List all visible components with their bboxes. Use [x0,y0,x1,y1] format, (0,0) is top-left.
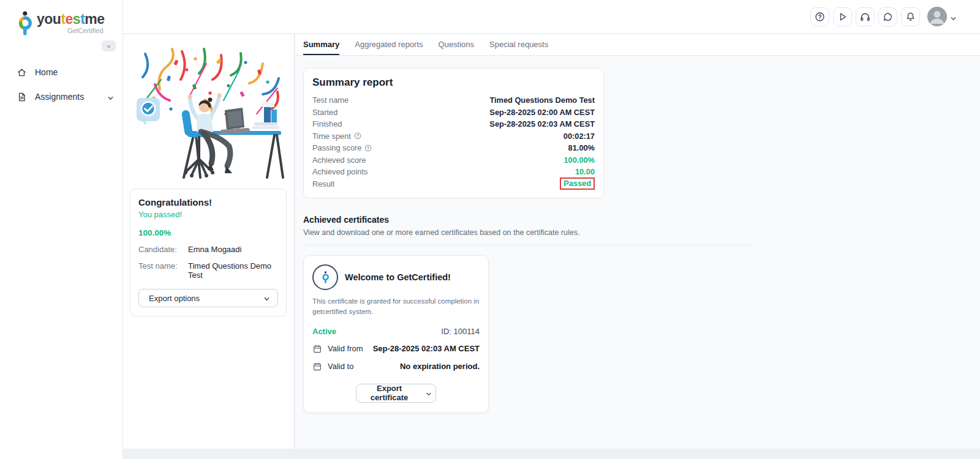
summary-row-achieved-points: Achieved points 10.00 [312,166,595,178]
summary-row-finished: Finished Sep-28-2025 02:03 AM CEST [312,118,595,130]
help-button[interactable] [810,7,829,26]
collapse-icon: « [107,42,110,50]
chevron-down-icon [426,390,432,397]
headphones-icon [859,11,871,23]
valid-to-row: Valid to No expiration period. [312,362,480,371]
chevron-down-icon [263,295,270,302]
you-passed-text: You passed! [138,210,278,219]
summary-row-achieved-score: Achieved score 100.00% [312,154,595,166]
summary-report-card: Summary report Test name Timed Questions… [303,68,604,198]
valid-from-label: Valid from [328,344,363,353]
tab-special-requests[interactable]: Special requests [489,34,548,55]
sidebar-collapse-button[interactable]: « [102,40,116,51]
summary-row-result: Result Passed [312,178,595,190]
test-name-value: Timed Questions Demo Test [188,261,278,280]
summary-report-title: Summary report [312,76,595,89]
assignments-icon [17,92,27,102]
celebration-illustration [132,42,286,181]
result-highlight-box: Passed [560,177,595,190]
achieved-certificates-description: View and download one or more earned cer… [303,228,980,237]
certificate-description: This certificate is granted for successf… [312,296,480,318]
summary-row-passing-score: Passing score 81.00% [312,142,595,154]
brand-logo: youtestme GetCertified [0,0,123,38]
test-name-row: Test name: Timed Questions Demo Test [138,261,278,280]
bell-icon [905,11,916,23]
youtestme-logo-icon [15,9,34,38]
sidebar-item-home[interactable]: Home [0,60,123,84]
certificate-id: ID: 100114 [441,327,480,336]
calendar-icon [312,344,322,354]
notifications-button[interactable] [901,7,920,26]
avatar-menu[interactable] [927,7,957,26]
congratulations-title: Congratulations! [138,197,278,207]
valid-from-row: Valid from Sep-28-2025 02:03 AM CEST [312,344,480,354]
tab-summary[interactable]: Summary [303,34,339,55]
chat-button[interactable] [878,7,897,26]
test-name-label: Test name: [138,261,188,280]
play-icon [837,11,848,23]
wordmark-you: you [37,11,61,27]
summary-row-test-name: Test name Timed Questions Demo Test [312,94,595,106]
valid-to-label: Valid to [328,362,353,371]
achieved-certificates-heading: Achieved certificates [303,215,980,225]
check-badge-icon [137,98,160,125]
section-divider [303,245,751,245]
avatar [927,7,947,26]
tab-questions[interactable]: Questions [439,34,475,55]
export-options-button[interactable]: Export options [138,289,278,307]
chat-icon [882,11,894,23]
result-side-panel: Congratulations! You passed! 100.00% Can… [123,34,295,449]
tab-aggregated-reports[interactable]: Aggregated reports [355,34,423,55]
sidebar-item-assignments[interactable]: Assignments [0,84,123,109]
report-tabs: Summary Aggregated reports Questions Spe… [295,34,980,56]
valid-to-value: No expiration period. [400,362,480,371]
brand-wordmark: youtestme GetCertified [37,7,105,34]
summary-row-started: Started Sep-28-2025 02:00 AM CEST [312,106,595,119]
sidebar: youtestme GetCertified « Home Assignment… [0,0,123,459]
play-button[interactable] [833,7,852,26]
certificate-card: Welcome to GetCertified! This certificat… [303,255,489,413]
achieved-score-text: 100.00% [138,228,278,237]
help-icon [814,11,826,23]
export-certificate-button[interactable]: Export certificate [356,384,436,403]
certificate-status-badge: Active [312,327,336,336]
brand-subtitle: GetCertified [37,27,105,34]
candidate-value: Emna Mogaadi [188,245,241,254]
sidebar-nav: Home Assignments [0,60,123,109]
sidebar-item-label: Assignments [35,92,84,102]
info-icon[interactable] [364,144,372,152]
home-icon [17,67,27,78]
summary-row-time-spent: Time spent 00:02:17 [312,130,595,143]
certificate-title: Welcome to GetCertified! [345,272,451,282]
info-icon[interactable] [354,132,361,140]
support-button[interactable] [856,7,875,26]
top-header [123,0,980,34]
main-content: Summary Aggregated reports Questions Spe… [295,34,980,449]
calendar-icon [312,362,322,371]
sidebar-item-label: Home [35,67,58,77]
valid-from-value: Sep-28-2025 02:03 AM CEST [373,344,480,353]
candidate-row: Candidate: Emna Mogaadi [138,245,278,254]
congratulations-card: Congratulations! You passed! 100.00% Can… [130,188,287,316]
certificate-logo-icon [312,264,338,290]
chevron-down-icon [950,13,957,20]
chevron-down-icon [107,94,114,100]
candidate-label: Candidate: [138,245,188,254]
